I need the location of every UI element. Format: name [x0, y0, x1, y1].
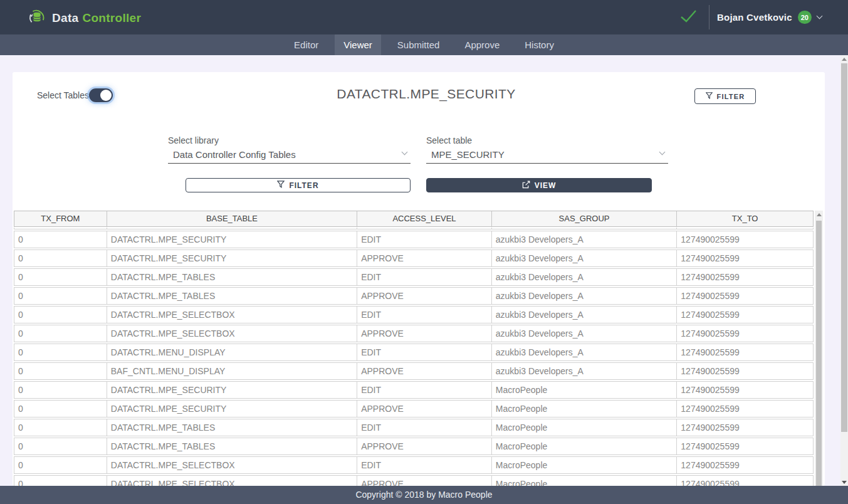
table-row[interactable]: 0DATACTRL.MPE_SELECTBOXEDITazukbi3 Devel…: [14, 306, 814, 323]
chevron-down-icon: [659, 149, 666, 155]
brand-logo[interactable]: DataController: [28, 7, 141, 29]
scroll-up-icon[interactable]: [815, 211, 823, 218]
tab-history[interactable]: History: [516, 34, 563, 55]
select-library-value: Data Controller Config Tables: [173, 149, 296, 160]
tab-viewer[interactable]: Viewer: [335, 34, 381, 55]
cell-tx_to: 127490025599: [677, 419, 813, 436]
cell-tx_from: 0: [14, 419, 107, 436]
cell-tx_from: 0: [14, 382, 107, 398]
cell-tx_from: 0: [14, 325, 107, 342]
data-grid: TX_FROMBASE_TABLEACCESS_LEVELSAS_GROUPTX…: [14, 211, 814, 494]
cell-access_level: EDIT: [357, 344, 492, 360]
filter-button-label: FILTER: [289, 181, 318, 190]
cell-tx_to: 127490025599: [677, 269, 813, 285]
select-tables-toggle[interactable]: [89, 88, 113, 102]
cell-sas_group: MacroPeople: [492, 457, 678, 473]
scroll-down-icon[interactable]: [840, 478, 848, 486]
filter-button-top-label: FILTER: [717, 93, 745, 100]
app-root: DataController Bojan Cvetkovic 20 Editor…: [0, 0, 848, 504]
cell-tx_from: 0: [14, 438, 107, 454]
select-library-dropdown[interactable]: Data Controller Config Tables: [168, 147, 411, 164]
partial-row: [14, 228, 814, 229]
cell-base_table: DATACTRL.MPE_TABLES: [107, 438, 357, 454]
grid-scrollbar[interactable]: [815, 211, 823, 486]
grid-scrollbar-thumb[interactable]: [816, 221, 822, 486]
cell-access_level: APPROVE: [357, 325, 492, 342]
table-row[interactable]: 0DATACTRL.MPE_SELECTBOXEDITMacroPeople12…: [14, 456, 814, 474]
table-row[interactable]: 0DATACTRL.MPE_SECURITYEDITazukbi3 Develo…: [14, 231, 814, 248]
cell-tx_from: 0: [14, 401, 107, 417]
user-badge: 20: [798, 11, 812, 24]
filter-button[interactable]: FILTER: [186, 178, 411, 192]
cell-base_table: DATACTRL.MPE_SELECTBOX: [107, 307, 357, 323]
select-library-label: Select library: [168, 135, 219, 145]
column-header-tx_from[interactable]: TX_FROM: [14, 211, 107, 226]
tab-approve[interactable]: Approve: [456, 34, 508, 55]
cell-sas_group: MacroPeople: [492, 382, 678, 398]
cell: [107, 228, 357, 229]
view-button[interactable]: VIEW: [426, 178, 652, 192]
cell: [492, 228, 678, 229]
cell-tx_to: 127490025599: [677, 307, 813, 323]
cell: [677, 228, 813, 229]
edit-view-icon: [522, 181, 530, 191]
tab-submitted[interactable]: Submitted: [389, 34, 449, 55]
cell-tx_to: 127490025599: [677, 250, 813, 266]
column-header-base_table[interactable]: BASE_TABLE: [107, 211, 357, 226]
cell-access_level: EDIT: [357, 307, 492, 323]
page-scrollbar-thumb[interactable]: [841, 63, 847, 432]
cell-access_level: APPROVE: [357, 363, 492, 379]
page-scrollbar[interactable]: [840, 55, 848, 486]
select-table-label: Select table: [426, 135, 472, 145]
cell-tx_to: 127490025599: [677, 363, 813, 379]
cell-tx_to: 127490025599: [677, 288, 813, 304]
table-row[interactable]: 0BAF_CNTL.MENU_DISPLAYAPPROVEazukbi3 Dev…: [14, 362, 814, 380]
cell-access_level: EDIT: [357, 269, 492, 285]
cell-tx_from: 0: [14, 269, 107, 285]
cell-base_table: BAF_CNTL.MENU_DISPLAY: [107, 363, 357, 379]
table-row[interactable]: 0DATACTRL.MPE_SECURITYAPPROVEazukbi3 Dev…: [14, 249, 814, 267]
cell-access_level: APPROVE: [357, 250, 492, 266]
column-header-access_level[interactable]: ACCESS_LEVEL: [357, 211, 492, 226]
cell-tx_from: 0: [14, 363, 107, 379]
column-header-sas_group[interactable]: SAS_GROUP: [492, 211, 678, 226]
table-row[interactable]: 0DATACTRL.MPE_SECURITYAPPROVEMacroPeople…: [14, 400, 814, 417]
table-row[interactable]: 0DATACTRL.MPE_TABLESEDITMacroPeople12749…: [14, 419, 814, 436]
cell-access_level: EDIT: [357, 382, 492, 398]
cell-tx_to: 127490025599: [677, 231, 813, 248]
cell-tx_to: 127490025599: [677, 325, 813, 342]
filter-button-top[interactable]: FILTER: [694, 88, 756, 104]
funnel-icon: [277, 181, 285, 190]
table-row[interactable]: 0DATACTRL.MPE_SELECTBOXAPPROVEazukbi3 De…: [14, 325, 814, 342]
select-table-value: MPE_SECURITY: [431, 149, 505, 160]
cell-base_table: DATACTRL.MPE_TABLES: [107, 288, 357, 304]
cell-sas_group: azukbi3 Developers_A: [492, 250, 678, 266]
cell-access_level: EDIT: [357, 419, 492, 436]
table-row[interactable]: 0DATACTRL.MPE_TABLESEDITazukbi3 Develope…: [14, 268, 814, 286]
cell-base_table: DATACTRL.MPE_SELECTBOX: [107, 325, 357, 342]
cell-base_table: DATACTRL.MPE_SECURITY: [107, 401, 357, 417]
cell-tx_from: 0: [14, 457, 107, 473]
table-row[interactable]: 0DATACTRL.MENU_DISPLAYEDITazukbi3 Develo…: [14, 344, 814, 361]
cell-access_level: EDIT: [357, 457, 492, 473]
footer: Copyright © 2018 by Macro People: [0, 486, 848, 504]
cell-base_table: DATACTRL.MENU_DISPLAY: [107, 344, 357, 360]
user-menu[interactable]: Bojan Cvetkovic 20: [717, 0, 822, 34]
tab-editor[interactable]: Editor: [285, 34, 327, 55]
chevron-down-icon: [817, 13, 823, 19]
table-row[interactable]: 0DATACTRL.MPE_SECURITYEDITMacroPeople127…: [14, 381, 814, 399]
table-row[interactable]: 0DATACTRL.MPE_TABLESAPPROVEMacroPeople12…: [14, 438, 814, 455]
column-header-tx_to[interactable]: TX_TO: [677, 211, 813, 226]
cell-base_table: DATACTRL.MPE_SELECTBOX: [107, 457, 357, 473]
cell-access_level: APPROVE: [357, 438, 492, 454]
cell-base_table: DATACTRL.MPE_TABLES: [107, 419, 357, 436]
select-table-dropdown[interactable]: MPE_SECURITY: [426, 147, 668, 164]
database-sync-icon: [28, 7, 46, 29]
cell-sas_group: azukbi3 Developers_A: [492, 269, 678, 285]
cell-base_table: DATACTRL.MPE_SECURITY: [107, 382, 357, 398]
view-button-label: VIEW: [535, 181, 557, 190]
table-row[interactable]: 0DATACTRL.MPE_TABLESAPPROVEazukbi3 Devel…: [14, 287, 814, 305]
cell-tx_to: 127490025599: [677, 457, 813, 473]
top-navbar: DataController Bojan Cvetkovic 20: [0, 0, 848, 34]
scroll-up-icon[interactable]: [840, 55, 848, 63]
